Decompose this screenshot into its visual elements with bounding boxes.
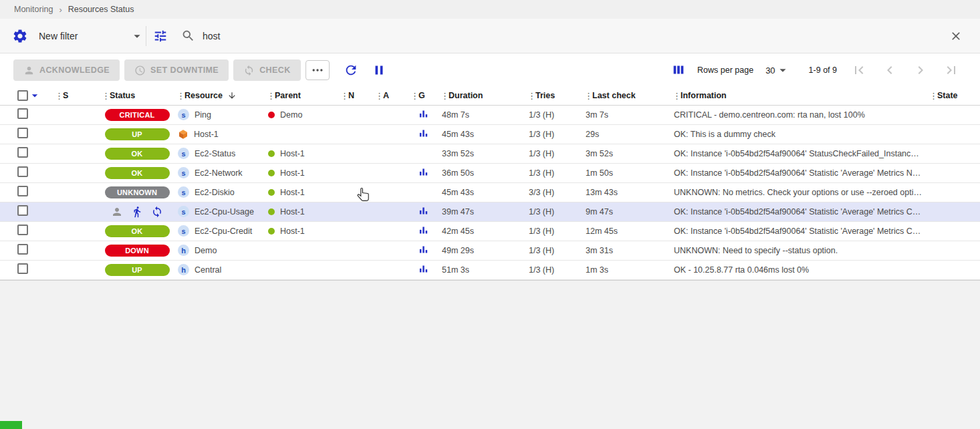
parent-name[interactable]: Host-1 [280,188,305,197]
table-row[interactable]: OK sEc2-Cpu-Credit Host-1 42m 45s 1/3 (H… [0,221,980,241]
resource-name[interactable]: Demo [195,246,217,255]
column-drag-icon[interactable]: ⋮ [267,91,275,101]
resource-name[interactable]: Ec2-Status [195,149,235,158]
column-header-information[interactable]: ⋮Information [670,87,927,105]
column-drag-icon[interactable]: ⋮ [929,91,937,101]
notification-cell [338,105,372,124]
information-cell: UNKNOWN: No metrics. Check your options … [670,182,927,202]
last-page-button[interactable] [936,62,967,78]
previous-page-button[interactable] [874,62,905,78]
acknowledge-cell [372,182,408,202]
parent-name[interactable]: Host-1 [280,207,305,217]
check-button[interactable]: CHECK [233,59,300,81]
row-checkbox[interactable] [17,108,28,119]
rows-per-page-select[interactable]: 30 [765,63,789,78]
column-header-duration[interactable]: ⋮Duration [438,87,525,105]
settings-gear-icon[interactable] [11,27,29,45]
column-header-status[interactable]: ⋮Status [99,87,174,105]
graph-cell [408,124,438,144]
parent-name[interactable]: Host-1 [280,227,305,236]
graph-icon[interactable] [418,206,428,216]
more-actions-button[interactable] [305,60,330,80]
duration-cell: 48m 7s [438,105,525,124]
graph-icon[interactable] [418,167,428,177]
clear-search-button[interactable] [948,28,964,44]
resource-name[interactable]: Ping [195,110,211,120]
column-header-s[interactable]: ⋮S [52,87,99,105]
state-cell [927,202,980,221]
row-checkbox[interactable] [17,128,28,138]
table-row[interactable]: OK sEc2-Network Host-1 36m 50s 1/3 (H) 1… [0,163,980,182]
column-drag-icon[interactable]: ⋮ [441,91,449,101]
resource-name[interactable]: Ec2-Cpu-Credit [195,227,252,236]
row-checkbox[interactable] [17,263,28,274]
search-input[interactable] [203,31,948,41]
column-drag-icon[interactable]: ⋮ [672,91,681,101]
row-checkbox[interactable] [17,205,28,216]
table-row[interactable]: UNKNOWN sEc2-Diskio Host-1 45m 43s 3/3 (… [0,182,980,202]
resource-name[interactable]: Ec2-Diskio [195,188,235,197]
resource-name[interactable]: Central [195,265,221,275]
graph-icon[interactable] [418,264,428,274]
graph-icon[interactable] [418,128,428,138]
column-header-tries[interactable]: ⋮Tries [525,87,582,105]
graph-icon[interactable] [418,109,428,119]
table-row[interactable]: CRITICAL sPing Demo 48m 7s 1/3 (H) 3m 7s… [0,105,980,124]
resource-name[interactable]: Ec2-Cpu-Usage [195,207,254,217]
table-row[interactable]: OK sEc2-Status Host-1 33m 52s 1/3 (H) 3m… [0,144,980,163]
column-drag-icon[interactable]: ⋮ [584,91,592,101]
column-drag-icon[interactable]: ⋮ [55,91,63,101]
breadcrumb-section[interactable]: Monitoring [14,5,53,14]
pause-autorefresh-button[interactable] [370,61,388,80]
column-header-parent[interactable]: ⋮Parent [264,87,338,105]
column-drag-icon[interactable]: ⋮ [176,91,185,101]
column-header-last-check[interactable]: ⋮Last check [582,87,670,105]
column-header-state[interactable]: ⋮State [927,87,980,105]
column-header-n[interactable]: ⋮N [338,87,372,105]
column-header-g[interactable]: ⋮G [408,87,438,105]
column-header-a[interactable]: ⋮A [372,87,408,105]
select-rows-dropdown-icon[interactable] [28,89,41,102]
notification-cell [338,124,372,144]
row-checkbox[interactable] [17,166,28,177]
next-page-button[interactable] [905,62,936,78]
table-row[interactable]: UP Host-1 45m 43s 1/3 (H) 29s OK: This i… [0,124,980,144]
column-drag-icon[interactable]: ⋮ [527,91,535,101]
table-row[interactable]: DOWN hDemo 49m 29s 1/3 (H) 3m 31s UNKNOW… [0,241,980,260]
acknowledge-cell [372,221,408,241]
row-checkbox[interactable] [17,186,28,196]
column-drag-icon[interactable]: ⋮ [410,91,418,101]
duration-cell: 45m 43s [438,182,525,202]
column-drag-icon[interactable]: ⋮ [340,91,348,101]
row-checkbox[interactable] [17,225,28,235]
resource-name[interactable]: Ec2-Network [195,168,243,178]
graph-icon[interactable] [418,245,428,255]
select-all-checkbox[interactable] [17,90,28,101]
filter-select[interactable]: New filter [39,29,144,43]
parent-name[interactable]: Host-1 [280,168,305,178]
table-row[interactable]: UP hCentral 51m 3s 1/3 (H) 1m 3s OK - 10… [0,260,980,279]
column-drag-icon[interactable]: ⋮ [375,91,383,101]
row-checkbox[interactable] [17,147,28,158]
status-cell: CRITICAL [99,105,174,124]
column-header-resource[interactable]: ⋮Resource [174,87,264,105]
set-downtime-button[interactable]: SET DOWNTIME [124,59,229,81]
search-icon [181,29,195,43]
refresh-button[interactable] [342,61,360,80]
graph-cell [408,144,438,163]
checkbox-cell [0,241,52,260]
resource-name[interactable]: Host-1 [194,130,219,139]
parent-name[interactable]: Demo [280,110,302,120]
table-row[interactable]: sEc2-Cpu-Usage Host-1 39m 47s 1/3 (H) 9m… [0,202,980,221]
first-page-button[interactable] [844,62,874,78]
graph-icon[interactable] [418,225,428,235]
filter-options-button[interactable] [152,27,169,45]
edit-columns-button[interactable] [669,61,688,80]
breadcrumb-page[interactable]: Resources Status [68,5,134,14]
parent-name[interactable]: Host-1 [280,149,305,158]
sort-desc-icon[interactable] [227,91,237,100]
resource-cell: sPing [174,105,264,124]
column-drag-icon[interactable]: ⋮ [102,91,110,101]
acknowledge-button[interactable]: ACKNOWLEDGE [13,59,120,81]
row-checkbox[interactable] [17,244,28,255]
